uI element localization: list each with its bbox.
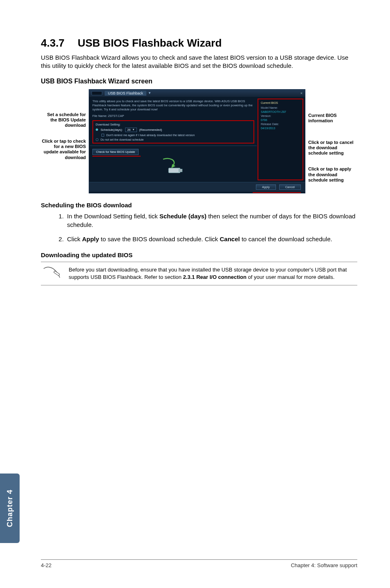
apply-button[interactable]: Apply bbox=[256, 184, 276, 190]
callout-current-bios: Current BIOS information bbox=[308, 113, 357, 123]
svg-rect-1 bbox=[179, 169, 182, 172]
version-label: Version: bbox=[261, 114, 271, 117]
scheduling-heading: Scheduling the BIOS download bbox=[41, 202, 357, 209]
section-number: 4.3.7 bbox=[41, 37, 78, 49]
section-title: USB BIOS Flashback Wizard bbox=[78, 37, 222, 49]
utility-description: This utility allows you to check and sav… bbox=[92, 99, 254, 112]
schedule-days-value: 26 bbox=[127, 128, 130, 132]
version-value: 0706 bbox=[261, 119, 267, 121]
svg-rect-3 bbox=[54, 271, 60, 276]
window-titlebar: USB BIOS Flashback ▼ × bbox=[89, 90, 305, 97]
intro-paragraph: USB BIOS Flashback Wizard allows you to … bbox=[41, 54, 357, 70]
dropdown-arrow-icon: ▼ bbox=[148, 91, 151, 95]
figure-row: Set a schedule for the BIOS Update downl… bbox=[41, 89, 357, 193]
release-date-value: 04/19/2013 bbox=[261, 127, 275, 130]
window-title-tab: USB BIOS Flashback bbox=[105, 91, 146, 96]
dont-remind-row[interactable]: Don't remind me again if I have already … bbox=[96, 134, 251, 137]
callout-schedule: Set a schedule for the BIOS Update downl… bbox=[41, 112, 86, 128]
close-icon[interactable]: × bbox=[300, 91, 303, 95]
release-date-label: Release Date: bbox=[261, 123, 279, 126]
check-bios-button[interactable]: Check for New BIOS Update bbox=[92, 149, 139, 155]
callout-check: Click or tap to check for a new BIOS upd… bbox=[41, 139, 86, 160]
model-value: SABERTOOTH Z87 bbox=[261, 110, 286, 113]
no-schedule-row[interactable]: Do not set the download schedule bbox=[96, 138, 251, 141]
chapter-side-tab: Chapter 4 bbox=[0, 474, 20, 543]
current-bios-heading: Current BIOS bbox=[261, 101, 300, 105]
file-name-value: Z87ST.CAP bbox=[108, 114, 124, 118]
current-bios-panel: Current BIOS Model Name: SABERTOOTH Z87 … bbox=[258, 99, 303, 180]
svg-rect-0 bbox=[168, 168, 180, 173]
step-1: In the Download Setting field, tick Sche… bbox=[65, 212, 357, 229]
step-2: Click Apply to save the BIOS download sc… bbox=[65, 235, 357, 243]
no-schedule-label: Do not set the download schedule bbox=[101, 138, 143, 141]
page-footer: 4-22 Chapter 4: Software support bbox=[41, 559, 357, 568]
schedule-radio-row[interactable]: Schedule(days): 26 ▼ (Recommended) bbox=[96, 128, 251, 132]
callout-underline-icon bbox=[253, 192, 301, 193]
footer-chapter: Chapter 4: Software support bbox=[291, 562, 357, 568]
apply-cancel-bar: Apply Cancel bbox=[89, 182, 305, 192]
note-text: Before you start downloading, ensure tha… bbox=[69, 266, 356, 281]
callouts-right: Current BIOS information Click or tap to… bbox=[308, 89, 357, 193]
callout-cancel: Click or tap to cancel the download sche… bbox=[308, 140, 357, 156]
flashback-screenshot: USB BIOS Flashback ▼ × This utility allo… bbox=[89, 89, 305, 193]
model-label: Model Name: bbox=[261, 106, 278, 109]
note-pencil-icon bbox=[43, 266, 61, 281]
dont-remind-label: Don't remind me again if I have already … bbox=[106, 134, 195, 137]
radio-selected-icon[interactable] bbox=[96, 128, 98, 131]
scheduling-steps: In the Download Setting field, tick Sche… bbox=[41, 212, 357, 243]
radio-unselected-icon[interactable] bbox=[96, 138, 99, 141]
file-name-label: File Name: bbox=[92, 114, 107, 118]
schedule-days-select[interactable]: 26 ▼ bbox=[125, 128, 137, 132]
downloading-heading: Downloading the updated BIOS bbox=[41, 251, 357, 258]
download-setting-box: Download Setting: Schedule(days): 26 ▼ (… bbox=[92, 120, 254, 144]
screen-subheading: USB BIOS Flashback Wizard screen bbox=[41, 78, 357, 85]
asus-logo-icon bbox=[92, 91, 102, 95]
file-name-row: File Name: Z87ST.CAP bbox=[92, 114, 254, 118]
schedule-label: Schedule(days): bbox=[101, 128, 123, 132]
page-number: 4-22 bbox=[41, 562, 52, 568]
checkbox-icon[interactable] bbox=[101, 134, 104, 137]
chevron-down-icon: ▼ bbox=[132, 128, 135, 131]
section-heading: 4.3.7USB BIOS Flashback Wizard bbox=[41, 37, 357, 49]
chapter-tab-label: Chapter 4 bbox=[6, 489, 14, 527]
schedule-hint: (Recommended) bbox=[139, 128, 162, 132]
callouts-left: Set a schedule for the BIOS Update downl… bbox=[41, 89, 86, 193]
cancel-button[interactable]: Cancel bbox=[279, 184, 301, 190]
download-setting-heading: Download Setting: bbox=[96, 123, 251, 126]
usb-stick-art-icon bbox=[92, 157, 254, 180]
note-box: Before you start downloading, ensure tha… bbox=[41, 262, 357, 285]
callout-apply: Click or tap to apply the download sched… bbox=[308, 166, 357, 183]
